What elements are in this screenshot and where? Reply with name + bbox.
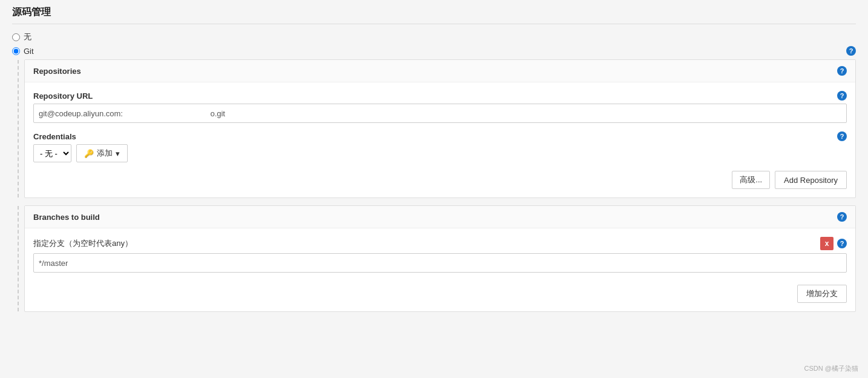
credentials-select[interactable]: - 无 - — [33, 144, 71, 162]
git-help-icon[interactable]: ? — [846, 46, 856, 56]
repositories-card: Repositories ? Repository URL ? Credenti… — [24, 59, 856, 198]
advanced-button[interactable]: 高级... — [732, 171, 770, 189]
branch-input[interactable] — [33, 253, 847, 273]
repo-url-group: Repository URL ? — [33, 91, 847, 123]
branches-title: Branches to build — [33, 213, 100, 222]
radio-git-label: Git — [24, 47, 34, 56]
repo-url-help-icon[interactable]: ? — [837, 91, 847, 101]
page-title: 源码管理 — [12, 6, 856, 24]
add-branch-button[interactable]: 增加分支 — [797, 285, 847, 303]
radio-git-row: Git ? — [12, 46, 856, 56]
repo-button-row: 高级... Add Repository — [33, 171, 847, 189]
repositories-title: Repositories — [33, 67, 81, 76]
footer-text: CSDN @橘子染猫 — [804, 364, 858, 373]
repositories-body: Repository URL ? Credentials ? - 无 - 🔑 — [25, 82, 855, 197]
credentials-group: Credentials ? - 无 - 🔑 添加 ▾ — [33, 131, 847, 162]
radio-git[interactable] — [12, 47, 20, 55]
key-icon: 🔑 — [84, 149, 94, 158]
radio-none-row: 无 — [12, 31, 856, 42]
branches-help-icon[interactable]: ? — [837, 212, 847, 222]
repositories-header: Repositories ? — [25, 60, 855, 82]
branch-field-help-icon[interactable]: ? — [837, 239, 847, 248]
branches-card: Branches to build ? 指定分支（为空时代表any） x ? 增… — [24, 205, 856, 312]
branches-body: 指定分支（为空时代表any） x ? 增加分支 — [25, 228, 855, 311]
repo-url-label: Repository URL — [33, 91, 93, 101]
credentials-label: Credentials — [33, 132, 76, 141]
dropdown-icon: ▾ — [116, 149, 120, 158]
credentials-help-icon[interactable]: ? — [837, 131, 847, 141]
delete-branch-button[interactable]: x — [820, 237, 833, 250]
add-credentials-label: 添加 — [97, 148, 113, 159]
add-credentials-button[interactable]: 🔑 添加 ▾ — [76, 144, 128, 162]
branch-field-label: 指定分支（为空时代表any） — [33, 238, 133, 249]
page-container: 源码管理 无 Git ? Repositories ? Repository U… — [0, 0, 868, 378]
radio-none-label: 无 — [24, 31, 31, 42]
radio-none[interactable] — [12, 33, 20, 41]
repo-url-input[interactable] — [33, 104, 847, 123]
radio-section: 无 Git ? — [12, 31, 856, 56]
add-repository-button[interactable]: Add Repository — [775, 171, 847, 189]
repositories-help-icon[interactable]: ? — [837, 66, 847, 76]
branches-header: Branches to build ? — [25, 206, 855, 228]
